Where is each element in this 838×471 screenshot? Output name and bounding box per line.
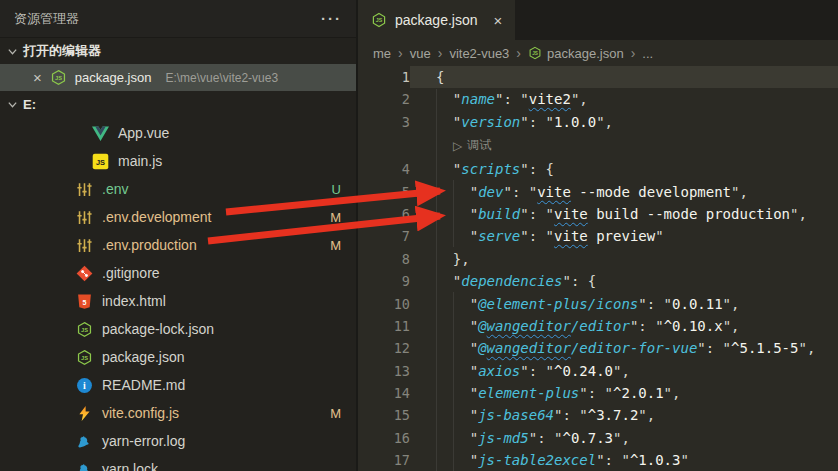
- code-line-8[interactable]: 8 },: [358, 248, 838, 270]
- line-number: 5: [358, 181, 410, 203]
- line-number: 13: [358, 360, 410, 382]
- tab-label: package.json: [395, 12, 478, 28]
- breadcrumb-label: me: [373, 46, 391, 61]
- code-line-2[interactable]: 2 "name": "vite2",: [358, 88, 838, 110]
- code-line-11[interactable]: 11 "@wangeditor/editor": "^0.10.x",: [358, 315, 838, 337]
- env-icon: [76, 181, 93, 198]
- open-editor-item-package-json[interactable]: × JS package.json E:\me\vue\vite2-vue3: [0, 64, 356, 91]
- line-number: 2: [358, 88, 410, 110]
- file-item-App-vue[interactable]: App.vue: [0, 119, 356, 147]
- code-line-content: "version": "1.0.0",: [410, 111, 838, 133]
- nodejs-icon: JS: [76, 321, 93, 338]
- code-line-content: "@element-plus/icons": "0.0.11",: [410, 293, 838, 315]
- file-item-yarn-error-log[interactable]: yarn-error.log: [0, 427, 356, 455]
- code-line-14[interactable]: 14 "element-plus": "^2.0.1",: [358, 382, 838, 404]
- explorer-header: 资源管理器 ···: [0, 0, 356, 38]
- file-item-env[interactable]: .envU: [0, 175, 356, 203]
- code-line-3[interactable]: 3 "version": "1.0.0",: [358, 111, 838, 133]
- code-line-content: "@wangeditor/editor-for-vue": "^5.1.5-5"…: [410, 337, 838, 359]
- more-actions-icon[interactable]: ···: [321, 14, 342, 24]
- code-line-13[interactable]: 13 "axios": "^0.24.0",: [358, 360, 838, 382]
- file-item-package-json[interactable]: JSpackage.json: [0, 343, 356, 371]
- svg-text:i: i: [83, 380, 86, 391]
- code-line-16[interactable]: 16 "js-md5": "^0.7.3",: [358, 427, 838, 449]
- code-line-content: "dependencies": {: [410, 270, 838, 292]
- html-icon: 5: [76, 293, 93, 310]
- code-line-17[interactable]: 17 "js-table2excel": "^1.0.3": [358, 449, 838, 471]
- file-name: App.vue: [118, 125, 169, 141]
- nodejs-icon: JS: [528, 46, 542, 60]
- breadcrumb-item-vite2-vue3[interactable]: vite2-vue3: [449, 46, 509, 61]
- code-line-12[interactable]: 12 "@wangeditor/editor-for-vue": "^5.1.5…: [358, 337, 838, 359]
- chevron-down-icon: [7, 46, 18, 57]
- file-item-main-js[interactable]: JSmain.js: [0, 147, 356, 175]
- tab-package-json[interactable]: JS package.json ×: [358, 0, 515, 40]
- code-line-10[interactable]: 10 "@element-plus/icons": "0.0.11",: [358, 293, 838, 315]
- vue-icon: [92, 125, 109, 142]
- code-line-content: "js-table2excel": "^1.0.3": [410, 449, 838, 471]
- breadcrumb-label: ...: [642, 46, 653, 61]
- code-line-4[interactable]: 4 "scripts": {: [358, 158, 838, 180]
- tab-close-icon[interactable]: ×: [494, 12, 503, 29]
- yarn-icon: [76, 433, 93, 450]
- code-line-5[interactable]: 5 "dev": "vite --mode development",: [358, 181, 838, 203]
- code-line-content: },: [410, 248, 838, 270]
- breadcrumb-separator: ›: [516, 45, 521, 61]
- file-item-env-development[interactable]: .env.developmentM: [0, 203, 356, 231]
- code-line-7[interactable]: 7 "serve": "vite preview": [358, 225, 838, 247]
- breadcrumb-item-vue[interactable]: vue: [410, 46, 431, 61]
- file-item-package-lock-json[interactable]: JSpackage-lock.json: [0, 315, 356, 343]
- section-folder-e[interactable]: E:: [0, 91, 356, 117]
- file-item-gitignore[interactable]: .gitignore: [0, 259, 356, 287]
- file-name: .gitignore: [102, 265, 160, 281]
- vscode-window: 资源管理器 ··· 打开的编辑器 × JS package.json E:\me…: [0, 0, 838, 471]
- info-icon: i: [76, 377, 93, 394]
- file-item-yarn-lock[interactable]: yarn.lock: [0, 455, 356, 471]
- breadcrumb-separator: ›: [438, 45, 443, 61]
- line-number: 8: [358, 248, 410, 270]
- file-item-vite-config-js[interactable]: vite.config.jsM: [0, 399, 356, 427]
- file-name: .env.development: [102, 209, 211, 225]
- line-number: 7: [358, 225, 410, 247]
- code-line-content: "js-base64": "^3.7.2",: [410, 404, 838, 426]
- code-line-6[interactable]: 6 "build": "vite build --mode production…: [358, 203, 838, 225]
- file-item-env-production[interactable]: .env.productionM: [0, 231, 356, 259]
- breadcrumb-separator: ›: [631, 45, 636, 61]
- codelens-debug[interactable]: ▷调试: [358, 133, 838, 158]
- code-line-content: "serve": "vite preview": [410, 225, 838, 247]
- git-status-badge: M: [330, 238, 341, 253]
- file-name: vite.config.js: [102, 405, 179, 421]
- line-number: 10: [358, 293, 410, 315]
- svg-text:JS: JS: [376, 17, 383, 23]
- code-line-15[interactable]: 15 "js-base64": "^3.7.2",: [358, 404, 838, 426]
- editor-group: JS package.json × me›vue›vite2-vue3›JSpa…: [358, 0, 838, 471]
- nodejs-icon: JS: [50, 69, 67, 86]
- file-item-README-md[interactable]: iREADME.md: [0, 371, 356, 399]
- code-line-content: "build": "vite build --mode production",: [410, 203, 838, 225]
- file-name: package-lock.json: [102, 321, 214, 337]
- env-icon: [76, 237, 93, 254]
- code-line-content: "@wangeditor/editor": "^0.10.x",: [410, 315, 838, 337]
- code-line-content: "name": "vite2",: [410, 88, 838, 110]
- section-folder-label: E:: [23, 97, 36, 112]
- breadcrumb-label: package.json: [547, 46, 624, 61]
- file-name: yarn-error.log: [102, 433, 185, 449]
- git-status-badge: M: [330, 406, 341, 421]
- breadcrumb-item-me[interactable]: me: [373, 46, 391, 61]
- file-item-index-html[interactable]: 5index.html: [0, 287, 356, 315]
- section-open-editors[interactable]: 打开的编辑器: [0, 38, 356, 64]
- code-line-1[interactable]: 1{: [358, 66, 838, 88]
- file-name: package.json: [102, 349, 185, 365]
- line-number: 15: [358, 404, 410, 426]
- breadcrumb-item--[interactable]: ...: [642, 46, 653, 61]
- breadcrumb-item-package-json[interactable]: JSpackage.json: [528, 46, 624, 61]
- svg-text:JS: JS: [96, 158, 105, 167]
- code-line-9[interactable]: 9 "dependencies": {: [358, 270, 838, 292]
- close-icon[interactable]: ×: [33, 70, 42, 85]
- breadcrumb: me›vue›vite2-vue3›JSpackage.json›...: [358, 40, 838, 66]
- line-number: 14: [358, 382, 410, 404]
- code-line-content: "axios": "^0.24.0",: [410, 360, 838, 382]
- codelens-label: 调试: [467, 137, 491, 154]
- line-number: 16: [358, 427, 410, 449]
- code-editor[interactable]: 1{2 "name": "vite2",3 "version": "1.0.0"…: [358, 66, 838, 471]
